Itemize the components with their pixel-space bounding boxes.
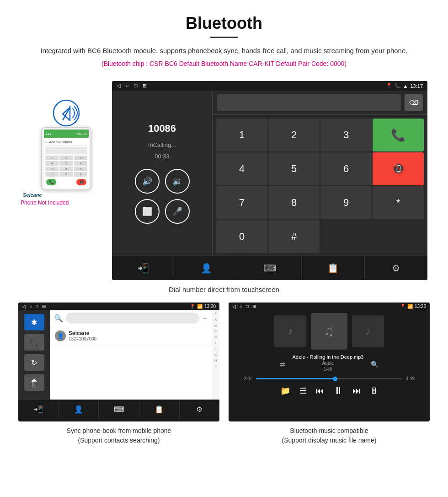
phone-end-btn: 📵 <box>76 179 86 185</box>
key-0[interactable]: 0 <box>216 220 267 253</box>
pb-nav-contacts[interactable]: 👤 <box>59 400 99 419</box>
nav-contacts[interactable]: 👤 <box>175 256 238 280</box>
title-underline <box>210 37 238 38</box>
mute-btn[interactable]: 🎤 <box>165 199 190 224</box>
key-5[interactable]: 5 <box>268 152 320 185</box>
music-album-row: ♪ ♫ ♪ <box>274 313 384 350</box>
phone-call-btn: 📞 <box>46 179 56 185</box>
pb-nav-settings[interactable]: ⚙ <box>180 400 219 419</box>
pb-nav-dialpad[interactable]: ⌨ <box>99 400 139 419</box>
pb-nav-calls[interactable]: 📲 <box>18 400 59 419</box>
recents-icon: □ <box>134 83 138 89</box>
album-art-left: ♪ <box>274 315 306 347</box>
phone-top-bar: ●●● MORE <box>44 130 89 138</box>
shuffle-icon[interactable]: ⇄ <box>280 361 285 368</box>
music-content: ♪ ♫ ♪ ⇄ Adele - Rolling In the Deep.mp3 … <box>229 310 430 400</box>
index-E[interactable]: E <box>214 340 217 346</box>
dialpad-input-field[interactable] <box>217 94 401 111</box>
pb-bluetooth-btn[interactable]: ✱ <box>24 314 44 330</box>
phone-signal-icon: 📞 <box>395 83 401 89</box>
pb-recents-nav: □ <box>36 304 38 309</box>
dialpad-backspace-btn[interactable]: ⌫ <box>405 94 423 111</box>
dialpad-input-row: ⌫ <box>213 91 427 115</box>
phonebook-caption: Sync phone-book from mobile phone (Suppo… <box>67 426 171 445</box>
music-next-btn[interactable]: ⏭ <box>352 386 361 396</box>
contact-name: Seicane <box>69 330 96 336</box>
music-home-nav: ○ <box>240 304 242 309</box>
key-3[interactable]: 3 <box>320 119 372 151</box>
call-timer: 00:33 <box>155 153 170 160</box>
index-I[interactable]: I <box>215 364 216 370</box>
nav-dialpad[interactable]: ⌨ <box>238 256 301 280</box>
key-4[interactable]: 4 <box>216 152 267 185</box>
car-bottom-nav: 📲 👤 ⌨ 📋 ⚙ <box>112 255 427 280</box>
key-6[interactable]: 6 <box>320 152 372 185</box>
pb-phone-btn[interactable]: 📞 <box>24 334 44 351</box>
music-location-icon: 📍 <box>400 304 405 309</box>
pb-screenshot-nav: ⊞ <box>42 304 46 309</box>
phonebook-status-bar: ◁ ○ □ ⊞ 📍 📶 13:20 <box>18 303 219 310</box>
nav-transfer[interactable]: 📋 <box>302 256 365 280</box>
wifi-icon: ▲ <box>403 83 408 89</box>
back-icon: ◁ <box>117 83 120 89</box>
phonebook-screen: ◁ ○ □ ⊞ 📍 📶 13:20 ✱ 📞 ↻ 🗑 <box>18 303 219 421</box>
index-C[interactable]: C <box>214 329 217 335</box>
key-2[interactable]: 2 <box>268 119 320 151</box>
music-search-icon[interactable]: 🔍 <box>371 361 379 368</box>
pb-home-nav: ○ <box>29 304 32 309</box>
music-list-btn[interactable]: ☰ <box>299 386 307 396</box>
progress-bar[interactable] <box>256 378 402 379</box>
index-G[interactable]: G <box>214 352 217 358</box>
phonebook-sidebar: ✱ 📞 ↻ 🗑 <box>18 310 50 400</box>
key-call[interactable]: 📞 <box>373 119 424 151</box>
page-header: Bluetooth Integrated with BC6 Bluetooth … <box>0 0 448 81</box>
index-D[interactable]: D <box>214 335 217 340</box>
bluetooth-specs: (Bluetooth chip : CSR BC6 Default Blueto… <box>9 60 439 67</box>
contact-item[interactable]: 👤 Seicane 13241007000 <box>50 326 212 346</box>
music-eq-btn[interactable]: 🎚 <box>370 386 378 396</box>
index-B[interactable]: B <box>214 323 217 329</box>
seicane-label: Seicane <box>21 192 42 198</box>
index-A[interactable]: A <box>214 317 217 323</box>
time-total: 3:49 <box>406 376 415 381</box>
pb-search-back[interactable]: ← <box>202 314 208 322</box>
pb-signal-icon: 📶 <box>197 304 203 309</box>
key-star[interactable]: * <box>373 186 424 219</box>
bluetooth-icon-large <box>53 99 80 127</box>
music-play-btn[interactable]: ⏸ <box>333 385 343 397</box>
search-input[interactable] <box>66 313 199 324</box>
transfer-btn[interactable]: ⬜ <box>135 199 160 224</box>
car-status-bar: ◁ ○ □ ⊞ 📍 📞 ▲ 13:17 <box>112 81 427 91</box>
bottom-screenshots: ◁ ○ □ ⊞ 📍 📶 13:20 ✱ 📞 ↻ 🗑 <box>0 303 448 445</box>
volume-down-btn[interactable]: 🔉 <box>165 169 190 194</box>
contact-number: 13241007000 <box>69 336 96 341</box>
key-9[interactable]: 9 <box>320 186 372 219</box>
pb-delete-btn[interactable]: 🗑 <box>24 374 44 391</box>
key-endcall[interactable]: 📵 <box>373 152 424 185</box>
pb-location-icon: 📍 <box>190 304 195 309</box>
progress-thumb <box>333 377 337 381</box>
call-left-panel: 10086 InCalling... 00:33 🔊 🔉 ⬜ 🎤 <box>112 91 213 255</box>
pb-nav-transfer[interactable]: 📋 <box>139 400 180 419</box>
music-progress-row: 2:02 3:49 <box>244 376 415 381</box>
volume-up-btn[interactable]: 🔊 <box>135 169 160 194</box>
call-status: InCalling... <box>148 141 176 148</box>
key-7[interactable]: 7 <box>216 186 267 219</box>
key-8[interactable]: 8 <box>268 186 320 219</box>
music-track-position: 1/48 <box>293 367 364 372</box>
location-icon: 📍 <box>386 83 392 89</box>
index-star[interactable]: * <box>215 311 216 317</box>
nav-settings[interactable]: ⚙ <box>365 256 427 280</box>
index-F[interactable]: F <box>215 346 217 352</box>
music-prev-btn[interactable]: ⏮ <box>316 386 324 396</box>
music-time: 13:26 <box>415 304 426 309</box>
music-folder-btn[interactable]: 📁 <box>280 386 290 396</box>
pb-sync-btn[interactable]: ↻ <box>24 354 44 371</box>
pb-time: 13:20 <box>204 304 216 309</box>
phone-mockup: ●●● MORE ＋ Add to Contacts 123 456 789 *… <box>41 127 91 190</box>
nav-calls[interactable]: 📲 <box>112 256 175 280</box>
index-H[interactable]: H <box>214 358 217 364</box>
key-1[interactable]: 1 <box>216 119 267 151</box>
page-title: Bluetooth <box>9 14 439 33</box>
key-hash[interactable]: # <box>268 220 320 253</box>
